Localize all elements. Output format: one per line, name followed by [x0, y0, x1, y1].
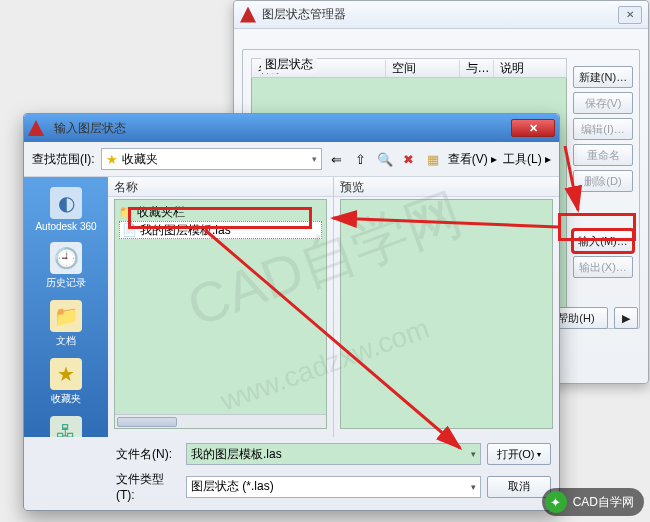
tools-menu[interactable]: 工具(L) ▸ [503, 151, 551, 168]
cancel-button[interactable]: 取消 [487, 476, 551, 498]
places-bar: ◐ Autodesk 360 🕘 历史记录 📁 文档 ★ 收藏夹 🖧 FTP 🖥 [24, 177, 108, 437]
expand-button[interactable]: ▶ [614, 307, 638, 329]
horizontal-scrollbar[interactable] [115, 414, 326, 428]
place-favorites[interactable]: ★ 收藏夹 [24, 354, 108, 410]
chevron-down-icon: ▾ [312, 154, 317, 164]
wechat-icon: ✦ [545, 491, 567, 513]
filename-value: 我的图层模板.las [191, 446, 282, 463]
save-button[interactable]: 保存(V) [573, 92, 633, 114]
lsm-title: 图层状态管理器 [262, 6, 615, 23]
list-item[interactable]: 📁 收藏夹栏 [119, 203, 322, 221]
file-toolbar: 查找范围(I): ★ 收藏夹 ▾ ⇐ ⇧ 🔍 ✖ ▦ 查看(V) ▸ 工具(L)… [24, 142, 559, 177]
file-dialog-title: 输入图层状态 [50, 120, 511, 137]
place-ftp[interactable]: 🖧 FTP [24, 412, 108, 437]
folder-icon: 📁 [50, 300, 82, 332]
edit-button[interactable]: 编辑(I)… [573, 118, 633, 140]
filetype-label: 文件类型(T): [116, 471, 180, 502]
col-header-preview: 预览 [334, 177, 559, 197]
star-icon: ★ [50, 358, 82, 390]
filename-field[interactable]: 我的图层模板.las ▾ [186, 443, 481, 465]
chevron-down-icon[interactable]: ▾ [471, 449, 476, 459]
file-titlebar[interactable]: 输入图层状态 ✕ [24, 114, 559, 142]
star-icon: ★ [106, 152, 118, 167]
lsm-titlebar[interactable]: 图层状态管理器 ✕ [234, 1, 648, 29]
list-item-label: 收藏夹栏 [137, 204, 185, 221]
badge-text: CAD自学网 [573, 494, 634, 511]
place-autodesk360[interactable]: ◐ Autodesk 360 [24, 183, 108, 236]
search-icon[interactable]: 🔍 [376, 150, 394, 168]
close-button[interactable]: ✕ [511, 119, 555, 137]
back-icon[interactable]: ⇐ [328, 150, 346, 168]
file-list[interactable]: 📁 收藏夹栏 📄 我的图层模板.las [114, 199, 327, 429]
folder-icon: 📁 [119, 205, 134, 219]
autocad-icon [28, 120, 44, 136]
filetype-field[interactable]: 图层状态 (*.las) ▾ [186, 476, 481, 498]
delete-icon[interactable]: ✖ [400, 150, 418, 168]
autocad-icon [240, 7, 256, 23]
chevron-down-icon[interactable]: ▾ [471, 482, 476, 492]
source-badge: ✦ CAD自学网 [542, 488, 644, 516]
lookin-combo[interactable]: ★ 收藏夹 ▾ [101, 148, 322, 170]
delete-button[interactable]: 删除(D) [573, 170, 633, 192]
group-label: 图层状态 [261, 56, 317, 73]
close-icon[interactable]: ✕ [618, 6, 642, 24]
col-desc: 说明 [494, 60, 567, 77]
lookin-value: 收藏夹 [122, 151, 158, 168]
globe-icon: ◐ [50, 187, 82, 219]
list-item-selected[interactable]: 📄 我的图层模板.las [119, 221, 322, 239]
up-icon[interactable]: ⇧ [352, 150, 370, 168]
preview-area [340, 199, 553, 429]
list-item-label: 我的图层模板.las [140, 222, 231, 239]
filename-label: 文件名(N): [116, 446, 180, 463]
col-same: 与… [460, 60, 494, 77]
filetype-value: 图层状态 (*.las) [191, 478, 274, 495]
new-button[interactable]: 新建(N)… [573, 66, 633, 88]
file-icon: 📄 [122, 223, 137, 237]
clock-icon: 🕘 [50, 242, 82, 274]
export-button[interactable]: 输出(X)… [573, 256, 633, 278]
place-documents[interactable]: 📁 文档 [24, 296, 108, 352]
rename-button[interactable]: 重命名 [573, 144, 633, 166]
place-history[interactable]: 🕘 历史记录 [24, 238, 108, 294]
import-button[interactable]: 输入(M)… [573, 230, 633, 252]
col-header-name: 名称 [108, 177, 333, 197]
ftp-icon: 🖧 [50, 416, 82, 437]
lookin-label: 查找范围(I): [32, 151, 95, 168]
import-file-dialog: 输入图层状态 ✕ 查找范围(I): ★ 收藏夹 ▾ ⇐ ⇧ 🔍 ✖ ▦ 查看(V… [23, 113, 560, 511]
view-menu[interactable]: 查看(V) ▸ [448, 151, 497, 168]
open-button[interactable]: 打开(O)▾ [487, 443, 551, 465]
new-folder-icon[interactable]: ▦ [424, 150, 442, 168]
col-space: 空间 [386, 60, 460, 77]
